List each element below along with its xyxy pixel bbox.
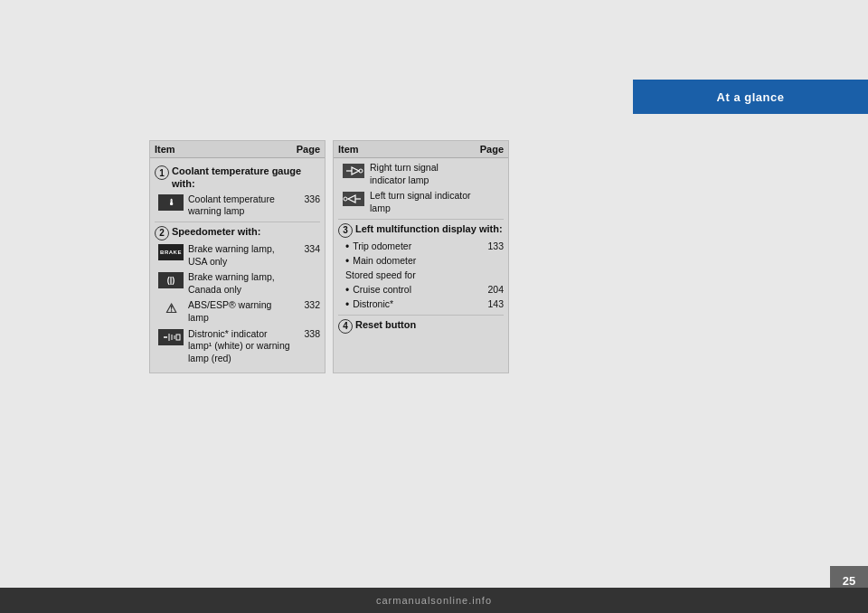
section-3-title-text: Left multifunction display with: [355, 222, 503, 235]
section-3-title: 3 Left multifunction display with: [338, 222, 504, 238]
abs-esp-page: 332 [293, 299, 320, 310]
brake-usa-icon-text: BRAKE [160, 250, 182, 255]
coolant-warning-content: Coolant temperature warning lamp 336 [188, 193, 320, 218]
brake-usa-item: BRAKE Brake warning lamp, USA only 334 [155, 243, 320, 268]
coolant-svg: 🌡 [160, 195, 182, 210]
brake-canada-text: Brake warning lamp, Canada only [188, 271, 293, 296]
right-table-page-header: Page [471, 144, 504, 155]
abs-esp-icon-text: ⚠ [165, 301, 177, 316]
right-table-item-header: Item [338, 144, 471, 155]
cruise-bullet: • [345, 284, 349, 297]
left-table-header: Item Page [150, 141, 325, 158]
section-1-title-text: Coolant temperature gauge with: [172, 165, 320, 191]
distronic-bullet: • [345, 298, 349, 311]
svg-rect-8 [343, 164, 364, 178]
trip-odometer-item: • Trip odometer 133 [338, 240, 504, 253]
turn-right-content: Right turn signal indicator lamp [370, 162, 504, 186]
distronic-icon [158, 329, 184, 345]
main-bullet: • [345, 255, 349, 268]
brake-usa-icon: BRAKE [158, 244, 184, 260]
brake-canada-item: (|) Brake warning lamp, Canada only [155, 271, 320, 296]
brake-canada-content: Brake warning lamp, Canada only [188, 271, 320, 296]
svg-text:🌡: 🌡 [167, 198, 175, 207]
section-1-title: 1 Coolant temperature gauge with: [155, 165, 320, 191]
svg-rect-12 [343, 192, 364, 206]
coolant-icon: 🌡 [158, 194, 184, 211]
watermark-bar: carmanualsonline.info [0, 588, 868, 613]
distronic-page: 338 [293, 328, 320, 339]
svg-rect-2 [160, 330, 182, 344]
brake-usa-page: 334 [293, 243, 320, 254]
turn-right-icon [342, 163, 365, 179]
distronic-content: Distronic* indicator lamp¹ (white) or wa… [188, 328, 320, 365]
banner-title: At a glance [717, 90, 785, 104]
turn-left-content: Left turn signal indicator lamp [370, 190, 504, 214]
watermark-text: carmanualsonline.info [376, 595, 492, 606]
coolant-warning-item: 🌡 Coolant temperature warning lamp 336 [155, 193, 320, 218]
distronic-text: Distronic* indicator lamp¹ (white) or wa… [188, 328, 293, 365]
brake-canada-icon-text: (|) [167, 276, 175, 285]
left-table: Item Page 1 Coolant temperature gauge wi… [149, 140, 326, 373]
turn-right-text: Right turn signal indicator lamp [370, 162, 476, 186]
divider-right-1 [338, 219, 504, 220]
main-odometer-item: • Main odometer [338, 255, 504, 268]
brake-usa-text: Brake warning lamp, USA only [188, 243, 293, 268]
right-table: Item Page Right turn signal indicator la… [333, 140, 509, 373]
turn-left-item: Left turn signal indicator lamp [338, 190, 504, 214]
coolant-warning-page: 336 [293, 193, 320, 204]
distronic-svg [160, 330, 182, 344]
distronic-bullet-item: • Distronic* 143 [338, 298, 504, 311]
distronic-item: Distronic* indicator lamp¹ (white) or wa… [155, 328, 320, 365]
section-4-num: 4 [338, 319, 353, 334]
turn-left-text: Left turn signal indicator lamp [370, 190, 476, 214]
section-4-title: 4 Reset button [338, 318, 504, 334]
abs-esp-text: ABS/ESP® warning lamp [188, 299, 293, 324]
cruise-control-text: Cruise control [353, 284, 476, 297]
stored-speed-label: Stored speed for [338, 269, 504, 282]
divider-right-2 [338, 315, 504, 316]
section-3-num: 3 [338, 223, 353, 238]
left-table-body: 1 Coolant temperature gauge with: 🌡 Cool… [150, 158, 325, 373]
turn-left-svg [343, 192, 364, 206]
brake-usa-content: Brake warning lamp, USA only 334 [188, 243, 320, 268]
divider-1 [155, 222, 320, 222]
distronic-bullet-page: 143 [476, 298, 504, 309]
cruise-control-page: 204 [476, 284, 504, 295]
left-table-page-header: Page [288, 144, 320, 155]
distronic-bullet-text: Distronic* [353, 298, 476, 311]
section-1-num: 1 [155, 165, 169, 180]
trip-bullet: • [345, 240, 349, 253]
section-2-title-text: Speedometer with: [172, 225, 260, 238]
section-2-title: 2 Speedometer with: [155, 225, 320, 240]
turn-left-icon [342, 191, 365, 207]
right-table-body: Right turn signal indicator lamp Left tu… [334, 158, 508, 340]
turn-right-svg [343, 164, 364, 178]
section-4-title-text: Reset button [355, 318, 416, 331]
trip-odometer-text: Trip odometer [353, 240, 476, 253]
section-2-num: 2 [155, 226, 169, 240]
brake-canada-icon: (|) [158, 272, 184, 288]
abs-esp-content: ABS/ESP® warning lamp 332 [188, 299, 320, 324]
tables-container: Item Page 1 Coolant temperature gauge wi… [149, 140, 509, 373]
right-table-header: Item Page [334, 141, 508, 158]
abs-esp-icon: ⚠ [158, 300, 184, 316]
abs-esp-item: ⚠ ABS/ESP® warning lamp 332 [155, 299, 320, 324]
left-table-item-header: Item [155, 144, 288, 155]
page-number: 25 [843, 574, 855, 588]
coolant-warning-text: Coolant temperature warning lamp [188, 193, 293, 218]
cruise-control-item: • Cruise control 204 [338, 284, 504, 297]
turn-right-item: Right turn signal indicator lamp [338, 162, 504, 186]
main-odometer-text: Main odometer [353, 255, 476, 268]
section-banner: At a glance [633, 80, 868, 114]
trip-odometer-page: 133 [476, 240, 504, 251]
